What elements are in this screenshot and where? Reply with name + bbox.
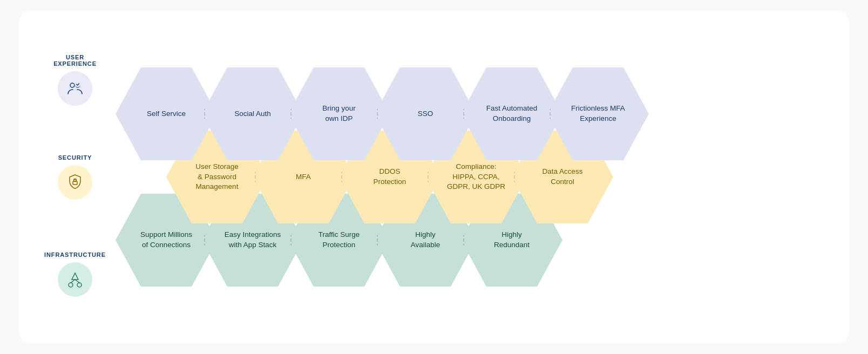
hex-self-service: Self Service bbox=[116, 67, 217, 160]
hex-bring-your-own-idp: Bring yourown IDP bbox=[288, 67, 390, 160]
hex-mfa-label: MFA bbox=[296, 172, 311, 182]
hex-fast-automated-label: Fast AutomatedOnboarding bbox=[486, 104, 538, 124]
svg-point-6 bbox=[77, 283, 82, 287]
user-experience-label: USEREXPERIENCE bbox=[40, 37, 110, 123]
svg-point-5 bbox=[69, 283, 73, 287]
hex-sso-label: SSO bbox=[418, 109, 433, 119]
infrastructure-label: INFRASTRUCTURE bbox=[40, 231, 110, 317]
svg-point-2 bbox=[75, 81, 81, 87]
infrastructure-text: INFRASTRUCTURE bbox=[44, 251, 106, 258]
row-labels: USEREXPERIENCE SECURITY bbox=[40, 31, 110, 323]
hex-social-auth-label: Social Auth bbox=[234, 109, 271, 119]
users-check-icon bbox=[65, 79, 85, 98]
user-experience-icon-circle bbox=[58, 71, 92, 106]
hex-frictionless-mfa-label: Frictionless MFAExperience bbox=[571, 104, 625, 124]
hex-support-millions-label: Support Millionsof Connections bbox=[140, 230, 192, 250]
main-container: USEREXPERIENCE SECURITY bbox=[18, 11, 850, 343]
hex-sso: SSO bbox=[375, 67, 476, 160]
user-experience-text: USEREXPERIENCE bbox=[53, 54, 97, 67]
hex-ddos-label: DDOSProtection bbox=[374, 167, 406, 187]
shield-lock-icon bbox=[65, 173, 85, 192]
hex-highly-redundant-label: HighlyRedundant bbox=[494, 230, 530, 250]
hex-frictionless-mfa: Frictionless MFAExperience bbox=[547, 67, 649, 160]
security-icon-circle bbox=[58, 165, 92, 200]
security-text: SECURITY bbox=[58, 154, 92, 161]
hex-grid: Self Service Social Auth Bring yourown I… bbox=[116, 67, 828, 287]
hex-byoidp-label: Bring yourown IDP bbox=[322, 104, 356, 124]
svg-line-8 bbox=[75, 280, 79, 283]
user-experience-row: Self Service Social Auth Bring yourown I… bbox=[116, 67, 828, 160]
svg-line-7 bbox=[71, 280, 75, 283]
hex-self-service-label: Self Service bbox=[147, 109, 186, 119]
hex-traffic-surge-label: Traffic SurgeProtection bbox=[318, 230, 360, 250]
hex-easy-integrations-label: Easy Integrationswith App Stack bbox=[225, 230, 281, 250]
security-label: SECURITY bbox=[40, 134, 110, 220]
network-icon bbox=[64, 269, 86, 290]
hex-fast-automated: Fast AutomatedOnboarding bbox=[461, 67, 562, 160]
hex-compliance-label: Compliance:HIPPA, CCPA,GDPR, UK GDPR bbox=[447, 162, 505, 193]
hex-highly-available-label: HighlyAvailable bbox=[411, 230, 440, 250]
hex-social-auth: Social Auth bbox=[202, 67, 303, 160]
svg-point-0 bbox=[70, 83, 74, 87]
infrastructure-icon-circle bbox=[58, 262, 92, 297]
hex-user-storage-label: User Storage& PasswordManagement bbox=[195, 162, 239, 193]
hex-data-access-label: Data AccessControl bbox=[542, 167, 582, 187]
